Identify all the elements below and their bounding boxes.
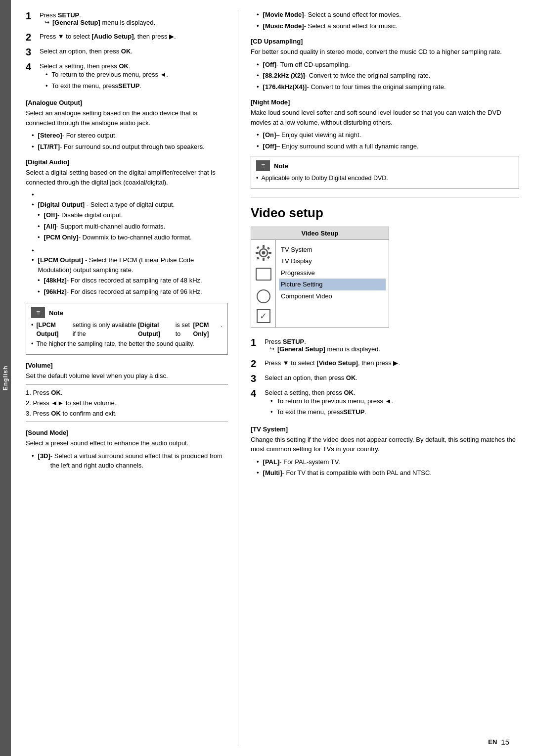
- language-tab: English: [0, 0, 11, 756]
- note-1-list: [LPCM Output] setting is only available …: [31, 321, 222, 349]
- menu-item-component-video: Component Video: [281, 290, 384, 302]
- sound-mode-bullet-1: [3D] - Select a virtual surround sound e…: [26, 451, 228, 471]
- right-column: [Movie Mode] - Select a sound effect for…: [238, 10, 519, 746]
- video-step-4-bullet-1: To return to the previous menu, press ◄.: [265, 396, 519, 406]
- tv-system-body: Change this setting if the video does no…: [251, 435, 519, 454]
- analogue-bullet-2: [LT/RT] - For surround sound output thro…: [26, 142, 228, 152]
- digital-sub-2: [All] - Support multi-channel audio form…: [36, 222, 192, 232]
- menu-items: TV System TV Display Progressive Picture…: [276, 240, 389, 327]
- cd-bullet-1: [Off] - Turn off CD-upsampling.: [251, 60, 519, 70]
- video-setup-heading: Video setup: [251, 205, 519, 221]
- step-number: 4: [251, 387, 260, 399]
- page-footer: EN 15: [488, 738, 509, 746]
- gear-icon: [255, 244, 272, 262]
- step-1-text: Press SETUP.: [40, 11, 81, 19]
- menu-item-tv-display: TV Display: [281, 255, 384, 267]
- note-2-bullet-1: Applicable only to Dolby Digital encoded…: [256, 174, 514, 183]
- note-title-1: Note: [49, 309, 63, 317]
- section-divider: [251, 197, 519, 197]
- tv-bullet-2: [Multi] - For TV that is compatible with…: [251, 468, 519, 478]
- step-number: 1: [251, 336, 260, 348]
- note-box-2: ≡ Note Applicable only to Dolby Digital …: [251, 156, 519, 189]
- tv-system-heading: [TV System]: [251, 425, 519, 433]
- digital-audio-heading: [Digital Audio]: [26, 158, 228, 166]
- step-2-text: Press ▼ to select [Audio Setup], then pr…: [40, 33, 176, 40]
- digital-bullet-2: • [LPCM Output] - Select the LPCM (Linea…: [26, 246, 228, 298]
- step-4-bullet-2: To exit the menu, press SETUP.: [40, 81, 228, 91]
- language-tab-label: English: [2, 366, 9, 390]
- svg-rect-2: [263, 245, 265, 248]
- top-bullets: [Movie Mode] - Select a sound effect for…: [251, 10, 519, 31]
- cd-bullet-2: [88.2kHz (X2)] - Convert to twice the or…: [251, 71, 519, 81]
- top-bullet-2: [Music Mode] - Select a sound effect for…: [251, 21, 519, 31]
- night-mode-body: Make loud sound level softer and soft so…: [251, 108, 519, 127]
- video-step-1-text: Press SETUP.: [265, 338, 306, 345]
- video-step-4-bullet-2: To exit the menu, press SETUP.: [265, 407, 519, 417]
- cd-bullet-3: [176.4kHz(X4)] - Convert to four times t…: [251, 82, 519, 92]
- svg-rect-4: [256, 252, 259, 254]
- note-icon-lines-2: ≡: [261, 162, 265, 170]
- sound-mode-body: Select a preset sound effect to enhance …: [26, 438, 228, 448]
- volume-step-1: 1. Press OK.: [26, 388, 228, 398]
- video-step-3: 3 Select an option, then press OK.: [251, 373, 519, 384]
- lpcm-sub-2: [96kHz] - For discs recorded at sampling…: [36, 287, 202, 297]
- video-step-2: 2 Press ▼ to select [Video Setup], then …: [251, 358, 519, 370]
- digital-audio-body: Select a digital setting based on the di…: [26, 168, 228, 187]
- step-number: 3: [251, 373, 260, 384]
- step-4-bullet-1: To return to the previous menu, press ◄.: [40, 70, 228, 80]
- arrow-icon: ↪: [269, 345, 274, 352]
- volume-steps: 1. Press OK. 2. Press ◄► to set the volu…: [26, 384, 228, 422]
- menu-table-body: ✓ TV System TV Display Progressive Pictu…: [251, 240, 389, 327]
- video-step-4-text: Select a setting, then press OK.: [265, 389, 356, 396]
- digital-audio-list: • [Digital Output] - Select a type of di…: [26, 190, 228, 298]
- svg-rect-8: [256, 256, 259, 259]
- cd-upsampling-body: For better sound quality in stereo mode,…: [251, 47, 519, 57]
- svg-rect-3: [263, 258, 265, 261]
- night-bullet-1: [On] – Enjoy quiet viewing at night.: [251, 130, 519, 140]
- step-3-text: Select an option, then press OK.: [40, 47, 133, 55]
- menu-icons: ✓: [251, 240, 276, 327]
- left-column: 1 Press SETUP. ↪ [General Setup] menu is…: [26, 10, 238, 746]
- tv-system-list: [PAL] - For PAL-system TV. [Multi] - For…: [251, 457, 519, 478]
- note-box-1: ≡ Note [LPCM Output] setting is only ava…: [26, 303, 228, 355]
- video-step-1-sub: [General Setup] menu is displayed.: [277, 345, 380, 353]
- step-4: 4 Select a setting, then press OK. To re…: [26, 61, 228, 92]
- top-bullet-1: [Movie Mode] - Select a sound effect for…: [251, 10, 519, 20]
- step-3: 3 Select an option, then press OK.: [26, 46, 228, 58]
- video-step-3-text: Select an option, then press OK.: [265, 374, 357, 381]
- volume-body: Set the default volume level when you pl…: [26, 371, 228, 381]
- sound-mode-list: [3D] - Select a virtual surround sound e…: [26, 451, 228, 471]
- circle-icon: [257, 289, 270, 303]
- step-4-text: Select a setting, then press OK.: [40, 62, 131, 70]
- lpcm-sub-1: [48kHz] - For discs recorded at sampling…: [36, 276, 202, 285]
- analogue-output-heading: [Analogue Output]: [26, 99, 228, 106]
- step-1-sub: [General Setup] menu is displayed.: [52, 19, 155, 26]
- step-number: 4: [26, 61, 35, 73]
- menu-table-header: Video Steup: [251, 227, 389, 240]
- step-number: 2: [26, 31, 35, 43]
- cd-upsampling-list: [Off] - Turn off CD-upsampling. [88.2kHz…: [251, 60, 519, 92]
- note-1-bullet-2: The higher the sampling rate, the better…: [31, 340, 222, 349]
- night-mode-list: [On] – Enjoy quiet viewing at night. [Of…: [251, 130, 519, 151]
- note-1-bullet-1: [LPCM Output] setting is only available …: [31, 321, 222, 338]
- cd-upsampling-heading: [CD Upsampling]: [251, 38, 519, 45]
- display-icon: [256, 268, 271, 281]
- svg-rect-9: [267, 256, 269, 259]
- menu-item-tv-system: TV System: [281, 244, 384, 256]
- note-title-2: Note: [274, 162, 288, 170]
- analogue-output-list: [Stereo] - For stereo output. [LT/RT] - …: [26, 131, 228, 151]
- note-2-list: Applicable only to Dolby Digital encoded…: [256, 174, 514, 183]
- digital-sub-1: [Off] - Disable digital output.: [36, 210, 192, 220]
- video-step-4: 4 Select a setting, then press OK. To re…: [251, 387, 519, 419]
- menu-item-progressive: Progressive: [281, 267, 384, 279]
- volume-heading: [Volume]: [26, 362, 228, 369]
- analogue-output-body: Select an analogue setting based on the …: [26, 108, 228, 128]
- page-number: 15: [501, 738, 509, 746]
- sound-mode-heading: [Sound Mode]: [26, 429, 228, 436]
- svg-rect-6: [256, 246, 259, 249]
- step-2: 2 Press ▼ to select [Audio Setup], then …: [26, 31, 228, 43]
- digital-bullet-1: • [Digital Output] - Select a type of di…: [26, 190, 228, 244]
- svg-rect-5: [268, 252, 271, 254]
- language-label: EN: [488, 738, 497, 746]
- video-step-1: 1 Press SETUP. ↪ [General Setup] menu is…: [251, 336, 519, 355]
